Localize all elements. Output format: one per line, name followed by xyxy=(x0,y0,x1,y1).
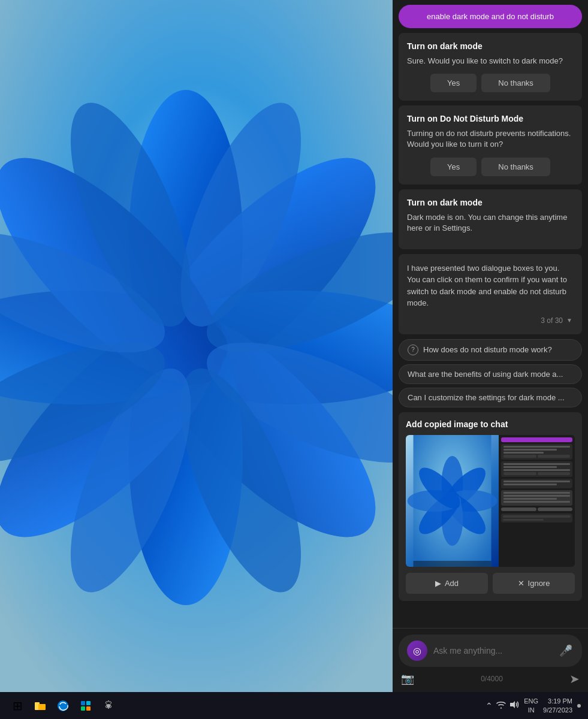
sidebar-scroll-area[interactable]: enable dark mode and do not disturb Turn… xyxy=(393,0,588,628)
system-clock[interactable]: 3:19 PM 9/27/2023 xyxy=(543,697,572,714)
image-preview-card: Add copied image to chat xyxy=(399,412,582,601)
svg-rect-33 xyxy=(86,706,91,711)
microphone-button[interactable]: 🎤 xyxy=(558,643,574,658)
copilot-icon: ◎ xyxy=(413,645,421,657)
wifi-icon[interactable] xyxy=(496,700,506,711)
suggestion-chips-container: ? How does do not disturb mode work? Wha… xyxy=(399,339,582,407)
add-image-button[interactable]: ▶ Add xyxy=(406,573,488,594)
dnd-card-buttons: Yes No thanks xyxy=(407,158,574,176)
dnd-card: Turn on Do Not Disturb Mode Turning on d… xyxy=(399,105,582,184)
dnd-yes-button[interactable]: Yes xyxy=(430,158,477,176)
dark-mode-card-1-buttons: Yes No thanks xyxy=(407,74,574,92)
mini-sidebar-preview xyxy=(499,435,575,567)
suggestion-chip-3[interactable]: Can I customize the settings for dark mo… xyxy=(399,388,582,407)
ignore-image-button[interactable]: ✕ Ignore xyxy=(493,573,575,594)
dark-mode-card-1: Turn on dark mode Sure. Would you like t… xyxy=(399,33,582,101)
dark-mode-yes-button[interactable]: Yes xyxy=(430,74,477,92)
image-card-actions: ▶ Add ✕ Ignore xyxy=(406,573,575,594)
svg-marker-34 xyxy=(510,701,515,708)
chevron-up-icon[interactable]: ⌃ xyxy=(486,701,493,711)
svg-rect-26 xyxy=(414,561,491,567)
copilot-sidebar: enable dark mode and do not disturb Turn… xyxy=(393,0,588,692)
taskbar-system-tray: ⌃ ENGIN 3:19 PM 9/27/2023 xyxy=(486,697,581,714)
input-area: ◎ 🎤 📷 0/4000 ➤ xyxy=(393,628,588,692)
ai-message-text: I have presented two dialogue boxes to y… xyxy=(407,264,567,308)
dark-mode-card-1-title: Turn on dark mode xyxy=(407,41,574,51)
edge-browser-icon[interactable] xyxy=(53,696,73,716)
store-icon[interactable] xyxy=(76,696,96,716)
dnd-card-title: Turn on Do Not Disturb Mode xyxy=(407,114,574,123)
file-explorer-icon[interactable] xyxy=(30,696,50,716)
screenshot-button[interactable]: 📷 xyxy=(401,672,414,685)
camera-icon: 📷 xyxy=(401,672,414,685)
suggestion-chip-2-text: What are the benefits of using dark mode… xyxy=(408,370,573,379)
play-icon: ▶ xyxy=(435,579,441,588)
counter-chevron-icon[interactable]: ▼ xyxy=(565,316,574,325)
svg-rect-28 xyxy=(38,704,46,710)
taskbar: ⊞ ⌃ xyxy=(0,692,588,719)
char-counter: 0/4000 xyxy=(481,675,503,683)
suggestion-chip-3-text: Can I customize the settings for dark mo… xyxy=(408,393,573,402)
notification-button[interactable] xyxy=(577,704,581,708)
suggestion-chip-1-text: How does do not disturb mode work? xyxy=(423,345,573,354)
settings-icon[interactable] xyxy=(98,696,119,716)
suggestion-chip-2[interactable]: What are the benefits of using dark mode… xyxy=(399,364,582,384)
chat-input[interactable] xyxy=(433,646,552,655)
x-icon: ✕ xyxy=(518,579,524,588)
send-button[interactable]: ➤ xyxy=(569,672,580,686)
dark-mode-no-button[interactable]: No thanks xyxy=(481,74,550,92)
start-button[interactable]: ⊞ xyxy=(7,696,28,716)
image-card-title: Add copied image to chat xyxy=(406,419,575,429)
desktop-wallpaper xyxy=(0,0,393,692)
input-tools-row: 📷 0/4000 ➤ xyxy=(399,672,582,686)
svg-point-29 xyxy=(58,700,68,711)
dark-mode-card-1-body: Sure. Would you like to switch to dark m… xyxy=(407,56,574,67)
svg-rect-31 xyxy=(86,701,91,705)
suggestion-chip-1[interactable]: ? How does do not disturb mode work? xyxy=(399,339,582,361)
system-tray-icons: ⌃ xyxy=(486,700,519,711)
dark-mode-card-2: Turn on dark mode Dark mode is on. You c… xyxy=(399,189,582,249)
mini-desktop-preview xyxy=(406,435,499,567)
enable-dark-mode-dnd-button[interactable]: enable dark mode and do not disturb xyxy=(399,5,582,28)
message-counter: 3 of 30 ▼ xyxy=(407,315,574,326)
dnd-card-body: Turning on do not disturb prevents notif… xyxy=(407,128,574,150)
svg-rect-30 xyxy=(81,701,85,705)
volume-icon[interactable] xyxy=(509,700,519,711)
image-preview-area xyxy=(406,435,575,567)
dnd-no-button[interactable]: No thanks xyxy=(481,158,550,176)
input-row: ◎ 🎤 xyxy=(399,635,582,667)
copilot-avatar: ◎ xyxy=(407,641,427,661)
dark-mode-card-2-title: Turn on dark mode xyxy=(407,198,574,207)
question-icon: ? xyxy=(408,345,418,355)
svg-rect-32 xyxy=(81,706,85,711)
language-indicator[interactable]: ENGIN xyxy=(524,697,538,714)
ai-message-bubble: I have presented two dialogue boxes to y… xyxy=(399,254,582,334)
dark-mode-card-2-body: Dark mode is on. You can change this any… xyxy=(407,212,574,234)
